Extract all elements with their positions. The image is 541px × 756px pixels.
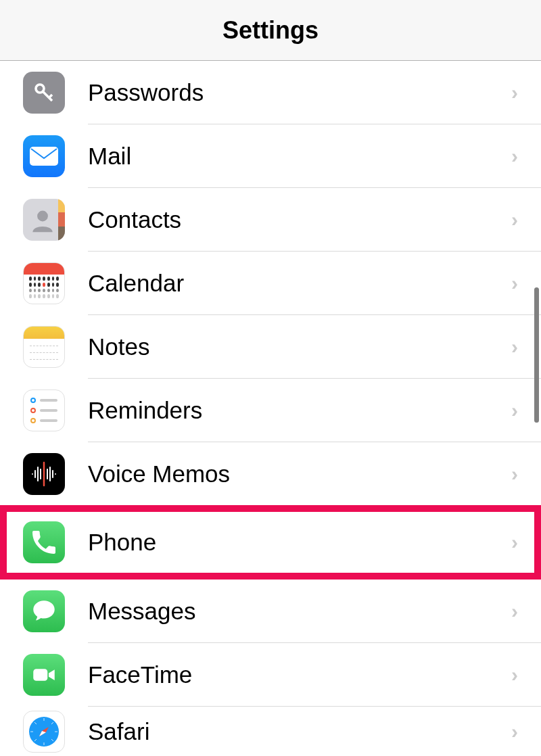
row-label: Passwords [88, 79, 511, 106]
safari-icon [23, 711, 65, 753]
page-title: Settings [222, 16, 319, 45]
settings-row-voice-memos[interactable]: Voice Memos › [0, 442, 541, 506]
messages-icon [23, 590, 65, 632]
settings-row-phone[interactable]: Phone › [0, 505, 541, 580]
chevron-right-icon: › [511, 208, 518, 231]
notes-icon [23, 326, 65, 368]
facetime-icon [23, 654, 65, 696]
row-label: Calendar [88, 270, 511, 297]
nav-header: Settings [0, 0, 541, 61]
svg-rect-14 [33, 669, 47, 681]
row-label: Contacts [88, 206, 511, 233]
chevron-right-icon: › [511, 663, 518, 686]
chevron-right-icon: › [511, 81, 518, 104]
settings-row-contacts[interactable]: Contacts › [0, 188, 541, 252]
row-label: Messages [88, 598, 511, 625]
chevron-right-icon: › [511, 272, 518, 295]
reminders-icon [23, 389, 65, 431]
settings-row-mail[interactable]: Mail › [0, 124, 541, 188]
phone-icon [23, 521, 65, 563]
svg-line-2 [49, 95, 53, 98]
key-icon [23, 72, 65, 114]
chevron-right-icon: › [511, 720, 518, 743]
row-label: Reminders [88, 397, 511, 424]
chevron-right-icon: › [511, 335, 518, 358]
row-label: Notes [88, 333, 511, 360]
voice-icon [23, 453, 65, 495]
scrollbar[interactable] [534, 287, 539, 423]
settings-row-safari[interactable]: Safari › [0, 707, 541, 756]
calendar-icon [23, 262, 65, 304]
chevron-right-icon: › [511, 531, 518, 554]
mail-icon [23, 135, 65, 177]
chevron-right-icon: › [511, 399, 518, 422]
settings-row-passwords[interactable]: Passwords › [0, 61, 541, 124]
row-label: FaceTime [88, 661, 511, 688]
chevron-right-icon: › [511, 145, 518, 168]
row-label: Voice Memos [88, 460, 511, 488]
svg-rect-3 [30, 147, 58, 166]
row-label: Phone [88, 529, 511, 556]
settings-row-reminders[interactable]: Reminders › [0, 379, 541, 442]
row-label: Safari [88, 718, 511, 745]
settings-row-calendar[interactable]: Calendar › [0, 252, 541, 315]
settings-row-messages[interactable]: Messages › [0, 580, 541, 643]
row-label: Mail [88, 143, 511, 170]
svg-point-4 [37, 211, 48, 222]
chevron-right-icon: › [511, 600, 518, 623]
settings-row-notes[interactable]: Notes › [0, 315, 541, 379]
chevron-right-icon: › [511, 463, 518, 486]
contacts-icon [23, 199, 65, 241]
settings-row-facetime[interactable]: FaceTime › [0, 643, 541, 707]
